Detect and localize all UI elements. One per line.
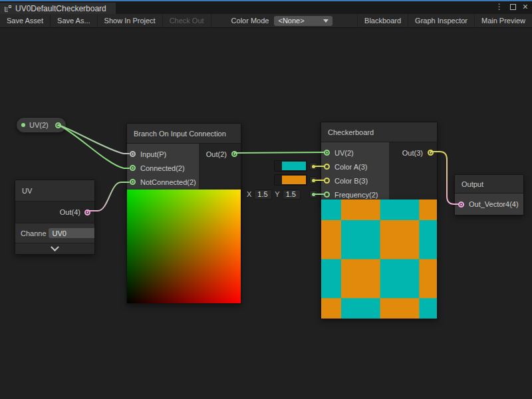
- main-preview-toggle-button[interactable]: Main Preview: [474, 14, 532, 27]
- toolbar-spacer: [332, 14, 357, 27]
- pill-label: UV(2): [29, 121, 49, 129]
- frequency-x-label: X: [247, 190, 251, 198]
- blackboard-toggle-button[interactable]: Blackboard: [357, 14, 408, 27]
- port-connected[interactable]: [130, 165, 136, 171]
- port-label: Out_Vector4(4): [469, 200, 519, 208]
- port-input-p[interactable]: [130, 151, 136, 157]
- port-label: Color B(3): [334, 177, 368, 185]
- node-checkerboard[interactable]: Checkerboard UV(2) Color A(3) Color B(3): [321, 122, 438, 205]
- checkerboard-inputs: UV(2) Color A(3) Color B(3) Frequency(2): [321, 142, 389, 205]
- node-uv2-pill[interactable]: UV(2): [16, 117, 66, 133]
- port-label: NotConnected(2): [140, 178, 196, 186]
- frequency-x-input[interactable]: 1.5: [254, 190, 272, 200]
- color-b-connector-dot: [309, 176, 317, 184]
- node-uv[interactable]: UV Out(4) Channe UV0: [15, 180, 95, 255]
- tab-graph-asset[interactable]: UV0DefaultCheckerboard: [0, 3, 116, 14]
- channel-label: Channe: [21, 229, 47, 237]
- color-mode-value: <None>: [278, 17, 304, 25]
- frequency-field: X 1.5 Y 1.5: [247, 189, 301, 200]
- color-b-swatch-field[interactable]: [274, 174, 307, 186]
- color-a-swatch-field[interactable]: [274, 160, 307, 172]
- edge-uv2-to-input: [59, 125, 129, 154]
- color-mode-dropdown[interactable]: <None>: [274, 16, 332, 26]
- maximize-icon[interactable]: [510, 4, 516, 10]
- frequency-y-input[interactable]: 1.5: [283, 190, 301, 200]
- preview-collapse-toggle[interactable]: [15, 243, 94, 254]
- node-branch-on-input-connection[interactable]: Branch On Input Connection Input(P) Conn…: [126, 123, 241, 193]
- port-checker-out[interactable]: [428, 150, 434, 156]
- branch-outputs: Out(2): [199, 144, 241, 192]
- save-as-button[interactable]: Save As...: [51, 14, 98, 27]
- save-asset-button[interactable]: Save Asset: [0, 14, 51, 27]
- port-uv-out4[interactable]: [84, 209, 90, 215]
- close-icon[interactable]: ×: [523, 2, 528, 11]
- chevron-down-icon: [51, 243, 59, 251]
- menu-icon[interactable]: ⋮: [495, 2, 503, 11]
- port-out-vector4[interactable]: [458, 201, 464, 207]
- tab-title: UV0DefaultCheckerboard: [15, 4, 106, 13]
- port-label: Out(3): [402, 149, 423, 157]
- check-out-button: Check Out: [163, 14, 211, 27]
- window-controls: ⋮ ×: [495, 2, 528, 11]
- port-label: Out(2): [206, 150, 227, 158]
- port-color-b[interactable]: [324, 178, 330, 184]
- node-title: UV: [15, 180, 94, 201]
- tab-bar: UV0DefaultCheckerboard ⋮ ×: [0, 1, 532, 14]
- port-color-a[interactable]: [324, 164, 330, 170]
- frequency-y-label: Y: [275, 190, 279, 198]
- color-mode-label: Color Mode: [231, 17, 269, 25]
- node-output[interactable]: Output Out_Vector4(4): [454, 174, 524, 215]
- shader-graph-window: UV0DefaultCheckerboard ⋮ × Save Asset Sa…: [0, 0, 532, 399]
- checkerboard-outputs: Out(3): [389, 142, 437, 205]
- color-b-swatch: [282, 176, 306, 184]
- property-dot-icon: [21, 123, 25, 127]
- channel-value: UV0: [53, 229, 66, 237]
- node-title: Checkerboard: [321, 122, 437, 142]
- graph-inspector-toggle-button[interactable]: Graph Inspector: [408, 14, 474, 27]
- branch-inputs: Input(P) Connected(2) NotConnected(2): [127, 144, 199, 192]
- color-a-swatch: [282, 162, 306, 170]
- color-mode-group: Color Mode <None>: [231, 14, 333, 27]
- toolbar: Save Asset Save As... Show In Project Ch…: [0, 14, 532, 28]
- dropdown-arrow-icon: [323, 19, 329, 23]
- port-label: Out(4): [60, 208, 80, 216]
- frequency-connector-dot: [309, 190, 317, 198]
- port-label: Input(P): [140, 150, 166, 158]
- port-frequency[interactable]: [324, 192, 330, 198]
- port-notconnected[interactable]: [130, 179, 136, 185]
- port-label: Frequency(2): [334, 191, 378, 199]
- port-label: UV(2): [334, 149, 354, 157]
- channel-dropdown[interactable]: UV0: [49, 228, 94, 238]
- node-title: Branch On Input Connection: [127, 124, 241, 144]
- shader-graph-icon: [4, 5, 12, 13]
- branch-uv-preview: [126, 190, 241, 304]
- port-label: Connected(2): [140, 164, 185, 172]
- checkerboard-preview: [321, 200, 438, 319]
- color-a-connector-dot: [309, 162, 317, 170]
- edge-branchout-to-checkeruv: [235, 152, 324, 153]
- port-label: Color A(3): [334, 163, 368, 171]
- port-uv2-out[interactable]: [55, 122, 61, 128]
- show-in-project-button[interactable]: Show In Project: [98, 14, 163, 27]
- edge-uv2-to-connected: [59, 125, 129, 168]
- port-branch-out[interactable]: [231, 151, 237, 157]
- node-title: Output: [455, 175, 523, 194]
- graph-canvas[interactable]: UV(2) Branch On Input Connection Input(P…: [0, 29, 532, 399]
- port-checker-uv[interactable]: [324, 150, 330, 156]
